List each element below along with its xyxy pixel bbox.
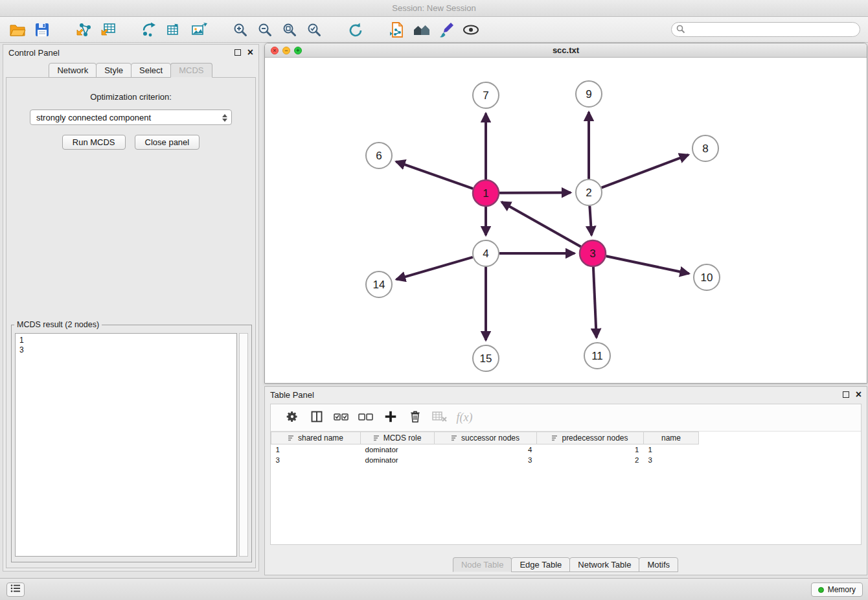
zoom-fit-button[interactable] (277, 19, 302, 41)
refresh-icon (347, 21, 364, 38)
search-input[interactable] (671, 22, 860, 37)
graph-node-3[interactable]: 3 (580, 240, 606, 266)
table-header-row: shared name MCDS role successor nodes pr… (271, 432, 699, 444)
network-file-button[interactable] (385, 19, 409, 41)
function-builder-button: f(x) (453, 408, 475, 428)
close-window-icon[interactable]: × (271, 47, 279, 54)
network-view-window: × − + scc.txt 7968124314101511 (264, 43, 867, 384)
graph-edge-3-1[interactable] (501, 202, 580, 247)
network-window-titlebar[interactable]: × − + scc.txt (265, 43, 867, 58)
graph-node-4[interactable]: 4 (473, 240, 499, 266)
graph-node-6[interactable]: 6 (366, 143, 392, 168)
close-panel-icon[interactable]: × (247, 49, 253, 56)
tab-edge-table[interactable]: Edge Table (511, 557, 570, 572)
table-row[interactable]: 1 dominator 4 1 1 (271, 444, 699, 455)
table-panel-body: f(x) shared name MCDS role successor nod… (270, 404, 862, 545)
graph-node-11[interactable]: 11 (584, 343, 610, 369)
cell-name[interactable]: 3 (644, 455, 699, 465)
close-table-panel-icon[interactable]: × (856, 391, 862, 398)
column-header-predecessor-nodes[interactable]: predecessor nodes (537, 432, 644, 444)
graph-edge-2-3[interactable] (589, 206, 591, 235)
tab-select[interactable]: Select (131, 63, 171, 78)
table-row[interactable]: 3 dominator 3 2 3 (271, 455, 699, 465)
cell-successor-nodes[interactable]: 4 (435, 444, 537, 455)
tab-node-table[interactable]: Node Table (453, 557, 512, 572)
cell-successor-nodes[interactable]: 3 (435, 455, 537, 465)
export-image-button[interactable] (187, 19, 211, 41)
cell-shared-name[interactable]: 1 (271, 444, 361, 455)
export-network-button[interactable] (137, 19, 162, 41)
graph-node-2[interactable]: 2 (576, 179, 602, 205)
table-settings-button[interactable] (281, 408, 303, 428)
graph-edge-3-11[interactable] (593, 267, 597, 338)
tab-network[interactable]: Network (49, 63, 97, 78)
graph-node-15[interactable]: 15 (473, 345, 499, 371)
column-header-shared-name[interactable]: shared name (271, 432, 361, 444)
deselect-all-button[interactable] (355, 408, 377, 428)
graph-edge-1-6[interactable] (396, 161, 473, 189)
save-session-button[interactable] (30, 19, 54, 41)
graph-edge-4-14[interactable] (396, 257, 473, 279)
import-network-button[interactable] (71, 19, 96, 41)
control-panel: Control Panel × Network Style Select MCD… (3, 44, 259, 571)
column-header-successor-nodes[interactable]: successor nodes (435, 432, 537, 444)
cell-name[interactable]: 1 (644, 444, 699, 455)
task-history-button[interactable] (6, 583, 25, 597)
graph-node-7[interactable]: 7 (473, 82, 499, 108)
graph-node-14[interactable]: 14 (366, 271, 392, 297)
zoom-in-button[interactable] (228, 19, 253, 41)
zoom-in-icon (232, 21, 249, 38)
column-header-mcds-role[interactable]: MCDS role (361, 432, 435, 444)
select-all-button[interactable] (330, 408, 352, 428)
minimize-window-icon[interactable]: − (282, 47, 290, 54)
graph-node-9[interactable]: 9 (576, 81, 602, 107)
close-panel-button[interactable]: Close panel (135, 135, 200, 150)
cell-predecessor-nodes[interactable]: 2 (537, 455, 644, 465)
float-table-panel-icon[interactable] (843, 391, 849, 398)
network-graph[interactable]: 7968124314101511 (265, 58, 867, 383)
memory-label: Memory (828, 585, 856, 594)
maximize-window-icon[interactable]: + (294, 47, 302, 54)
add-column-button[interactable] (380, 408, 402, 428)
open-session-button[interactable] (5, 19, 30, 41)
show-details-button[interactable] (459, 19, 483, 41)
zoom-out-button[interactable] (253, 19, 277, 41)
import-table-icon (100, 21, 117, 38)
export-table-button[interactable] (162, 19, 187, 41)
memory-status-icon (818, 587, 824, 593)
graph-node-10[interactable]: 10 (694, 264, 720, 290)
optimization-criterion-dropdown[interactable]: strongly connected component (30, 110, 232, 125)
zoom-selected-button[interactable] (302, 19, 326, 41)
float-panel-icon[interactable] (234, 49, 241, 56)
graph-node-label: 9 (586, 88, 591, 100)
graph-node-1[interactable]: 1 (473, 180, 499, 206)
refresh-view-button[interactable] (343, 19, 368, 41)
tab-motifs[interactable]: Motifs (639, 557, 678, 572)
search-icon (676, 25, 685, 36)
tab-mcds[interactable]: MCDS (170, 63, 212, 78)
graph-node-8[interactable]: 8 (692, 135, 718, 161)
graph-edge-1-2[interactable] (499, 192, 571, 193)
columns-icon (310, 410, 323, 426)
gear-icon (286, 410, 299, 426)
apply-layout-button[interactable] (409, 19, 434, 41)
tab-network-table[interactable]: Network Table (569, 557, 639, 572)
cell-shared-name[interactable]: 3 (271, 455, 361, 465)
import-table-button[interactable] (96, 19, 120, 41)
column-header-name[interactable]: name (644, 432, 699, 444)
show-columns-button[interactable] (306, 408, 328, 428)
cell-mcds-role[interactable]: dominator (361, 444, 435, 455)
delete-column-button[interactable] (404, 408, 426, 428)
graph-edge-3-10[interactable] (606, 256, 689, 273)
memory-button[interactable]: Memory (811, 583, 863, 597)
network-canvas[interactable]: 7968124314101511 (265, 58, 867, 383)
graph-node-label: 11 (591, 350, 603, 362)
tab-style[interactable]: Style (96, 63, 131, 78)
mcds-result-list[interactable]: 1 3 (15, 333, 237, 557)
cell-mcds-role[interactable]: dominator (361, 455, 435, 465)
run-mcds-button[interactable]: Run MCDS (62, 135, 126, 150)
result-scrollbar[interactable] (239, 333, 248, 557)
cell-predecessor-nodes[interactable]: 1 (537, 444, 644, 455)
graph-edge-2-8[interactable] (602, 155, 689, 188)
apply-style-button[interactable] (434, 19, 459, 41)
